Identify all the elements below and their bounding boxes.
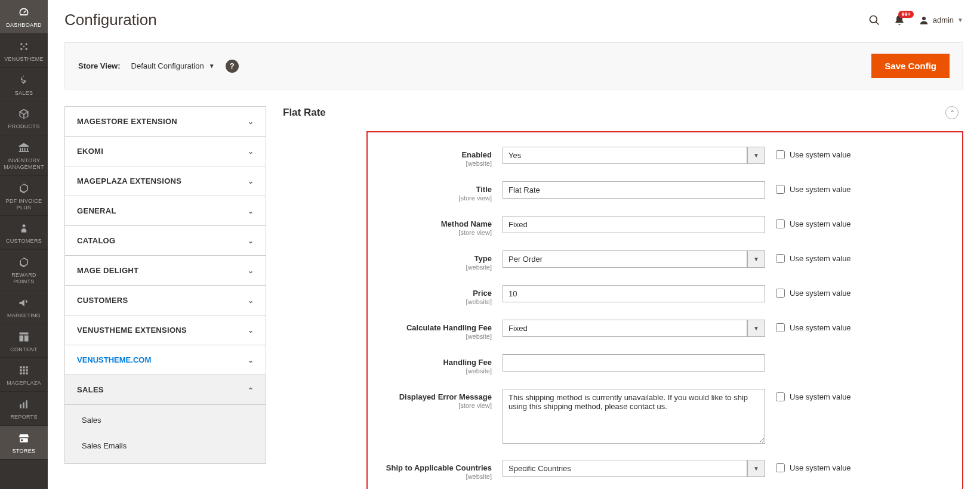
chevron-down-icon: ⌄ xyxy=(248,147,254,156)
field-row-countries: Ship to Applicable Countries[website] ▼ … xyxy=(378,460,951,480)
hex-icon xyxy=(17,256,30,269)
field-label: Displayed Error Message xyxy=(378,392,492,401)
use-system-checkbox[interactable] xyxy=(776,323,785,332)
nav-section-magestore[interactable]: MAGESTORE EXTENSION⌄ xyxy=(65,107,266,137)
sidebar-item-venustheme[interactable]: VENUSTHEME xyxy=(0,34,48,68)
user-menu[interactable]: admin▼ xyxy=(919,15,963,26)
error-message-textarea[interactable] xyxy=(503,389,765,444)
enabled-select[interactable]: ▼ xyxy=(503,147,765,164)
field-row-type: Type[website] ▼ Use system value xyxy=(378,250,951,271)
field-label: Method Name xyxy=(378,219,492,228)
hex-icon xyxy=(17,182,30,195)
sidebar-item-label: STORES xyxy=(13,448,36,454)
sidebar-item-reward[interactable]: REWARD POINTS xyxy=(0,250,48,290)
person-icon xyxy=(17,222,30,235)
title-input[interactable] xyxy=(503,181,765,199)
collapse-section-button[interactable]: ⌃ xyxy=(945,106,959,119)
use-system-checkbox[interactable] xyxy=(776,289,785,298)
svg-point-3 xyxy=(26,48,27,49)
nav-section-customers[interactable]: CUSTOMERS⌄ xyxy=(65,286,266,315)
sidebar-item-dashboard[interactable]: DASHBOARD xyxy=(0,0,48,34)
sidebar-item-pdf-invoice[interactable]: PDF INVOICE PLUS xyxy=(0,176,48,216)
megaphone-icon xyxy=(17,296,30,310)
use-system-label[interactable]: Use system value xyxy=(790,185,851,194)
sidebar-item-label: VENUSTHEME xyxy=(4,56,44,63)
use-system-checkbox[interactable] xyxy=(776,219,785,228)
nav-section-venustheme-ext[interactable]: VENUSTHEME EXTENSIONS⌄ xyxy=(65,315,266,345)
nav-section-general[interactable]: GENERAL⌄ xyxy=(65,196,266,226)
handling-select[interactable]: ▼ xyxy=(503,320,765,337)
bars-icon xyxy=(17,398,30,411)
field-label: Ship to Applicable Countries xyxy=(378,463,492,472)
use-system-label[interactable]: Use system value xyxy=(790,219,851,228)
use-system-label[interactable]: Use system value xyxy=(790,289,851,298)
svg-rect-9 xyxy=(20,370,21,372)
field-row-handling: Calculate Handling Fee[website] ▼ Use sy… xyxy=(378,320,951,340)
sidebar-item-stores[interactable]: STORES xyxy=(0,426,48,460)
nav-section-mage-delight[interactable]: MAGE DELIGHT⌄ xyxy=(65,256,266,286)
chevron-down-icon: ⌄ xyxy=(248,267,254,275)
countries-select[interactable]: ▼ xyxy=(503,460,765,477)
help-button[interactable]: ? xyxy=(226,60,239,73)
sidebar-item-label: CONTENT xyxy=(10,346,38,353)
use-system-checkbox[interactable] xyxy=(776,150,785,159)
nav-sub-item-sales-emails[interactable]: Sales Emails xyxy=(65,433,266,459)
use-system-checkbox[interactable] xyxy=(776,392,785,401)
nav-section-catalog[interactable]: CATALOG⌄ xyxy=(65,226,266,256)
nav-section-ekomi[interactable]: EKOMI⌄ xyxy=(65,137,266,166)
chevron-up-icon: ⌄ xyxy=(248,386,254,394)
svg-point-0 xyxy=(20,43,22,45)
svg-rect-6 xyxy=(20,367,21,369)
field-label: Enabled xyxy=(378,150,492,159)
nav-sub-item-sales[interactable]: Sales xyxy=(65,407,266,433)
sidebar-item-content[interactable]: CONTENT xyxy=(0,324,48,358)
nav-section-venustheme-link[interactable]: VENUSTHEME.COM⌄ xyxy=(65,345,266,375)
chevron-down-icon: ⌄ xyxy=(248,356,254,364)
field-scope: [website] xyxy=(378,473,492,480)
price-input[interactable] xyxy=(503,285,765,302)
layout-icon xyxy=(17,330,30,343)
use-system-checkbox[interactable] xyxy=(776,463,785,472)
type-select[interactable]: ▼ xyxy=(503,250,765,268)
svg-rect-17 xyxy=(26,400,27,408)
sidebar-item-label: REWARD POINTS xyxy=(2,272,45,285)
svg-point-18 xyxy=(922,17,926,20)
sidebar-item-sales[interactable]: SALES xyxy=(0,68,48,102)
bank-icon xyxy=(17,141,30,154)
chevron-down-icon: ▼ xyxy=(747,147,765,164)
handling-fee-input[interactable] xyxy=(503,354,765,372)
svg-rect-14 xyxy=(26,373,27,375)
use-system-label[interactable]: Use system value xyxy=(790,463,851,472)
sidebar-item-inventory[interactable]: INVENTORY MANAGEMENT xyxy=(0,135,48,176)
sidebar-item-customers[interactable]: CUSTOMERS xyxy=(0,216,48,250)
sidebar-item-products[interactable]: PRODUCTS xyxy=(0,101,48,135)
use-system-label[interactable]: Use system value xyxy=(790,150,851,159)
notifications-button[interactable]: 99+ xyxy=(893,14,905,26)
svg-point-5 xyxy=(23,225,26,228)
use-system-checkbox[interactable] xyxy=(776,185,785,194)
chevron-down-icon: ▼ xyxy=(209,63,215,69)
chevron-down-icon: ⌄ xyxy=(248,326,254,335)
sidebar-item-mageplaza[interactable]: MAGEPLAZA xyxy=(0,358,48,392)
search-button[interactable] xyxy=(868,14,880,26)
use-system-label[interactable]: Use system value xyxy=(790,323,851,332)
sidebar-item-reports[interactable]: REPORTS xyxy=(0,392,48,426)
use-system-label[interactable]: Use system value xyxy=(790,392,851,401)
field-scope: [website] xyxy=(378,333,492,340)
username-label: admin xyxy=(933,16,954,24)
use-system-checkbox[interactable] xyxy=(776,254,785,263)
save-config-button[interactable]: Save Config xyxy=(871,54,950,78)
admin-sidebar: DASHBOARD VENUSTHEME SALES PRODUCTS INVE… xyxy=(0,0,48,489)
nav-section-mageplaza-ext[interactable]: MAGEPLAZA EXTENSIONS⌄ xyxy=(65,166,266,196)
method-name-input[interactable] xyxy=(503,216,765,233)
toolbar: Store View: Default Configuration▼ ? Sav… xyxy=(64,42,963,89)
nav-section-sales[interactable]: SALES⌄ xyxy=(65,375,266,405)
scope-switcher[interactable]: Default Configuration▼ xyxy=(131,61,215,70)
field-scope: [store view] xyxy=(378,194,492,202)
sidebar-item-marketing[interactable]: MARKETING xyxy=(0,290,48,324)
svg-point-4 xyxy=(23,46,25,48)
field-row-method: Method Name[store view] Use system value xyxy=(378,216,951,236)
use-system-label[interactable]: Use system value xyxy=(790,254,851,263)
svg-rect-16 xyxy=(23,403,24,408)
section-title: Flat Rate xyxy=(283,107,326,119)
